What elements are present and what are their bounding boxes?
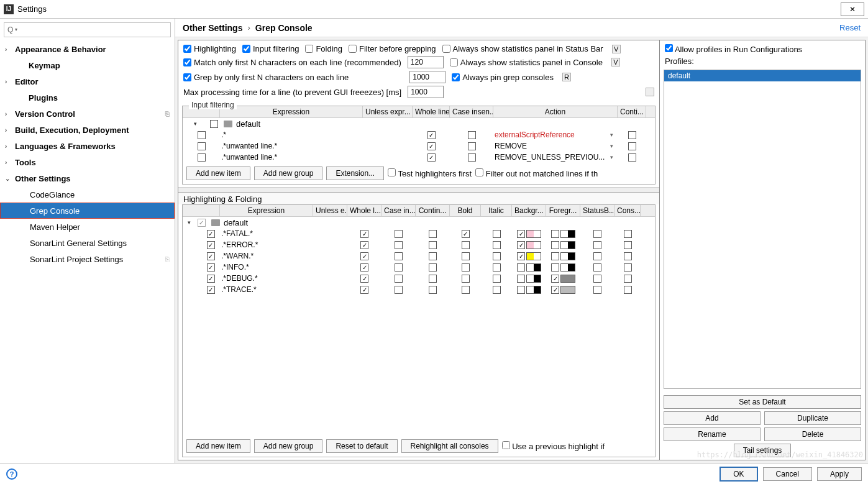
allow-profiles-checkbox[interactable]: Allow profiles in Run Configurations — [665, 45, 802, 54]
opt-filter-before-grepping[interactable]: Filter before grepping — [349, 44, 436, 53]
column-header[interactable]: Contin... — [416, 205, 450, 216]
profile-item-default[interactable]: default — [664, 70, 861, 81]
delete-profile-button[interactable]: Delete — [764, 427, 861, 441]
truncated-button[interactable]: V — [612, 45, 621, 53]
column-header[interactable]: Foregr... — [546, 205, 580, 216]
dropdown-icon[interactable]: ▾ — [610, 143, 613, 149]
nav-item-sonarlint-general-settings[interactable]: SonarLint General Settings — [0, 235, 175, 251]
highlight-row[interactable]: .*INFO.* — [183, 262, 655, 273]
rename-profile-button[interactable]: Rename — [664, 427, 761, 441]
add-new-item-button[interactable]: Add new item — [186, 167, 250, 180]
highlight-row[interactable]: .*DEBUG.* — [183, 273, 655, 284]
nav-item-label: Plugins — [29, 93, 58, 103]
opt-stats-console[interactable]: Always show statistics panel in Console — [450, 58, 603, 67]
nav-item-codeglance[interactable]: CodeGlance — [0, 186, 175, 203]
opt-grep-first-n[interactable]: Grep by only first N characters on each … — [183, 73, 349, 82]
nav-item-label: Version Control — [15, 109, 75, 119]
help-icon[interactable]: ? — [6, 468, 17, 480]
add-new-group-button[interactable]: Add new group — [254, 167, 323, 180]
breadcrumb: Other Settings › Grep Console Reset — [175, 19, 868, 37]
nav-item-build-execution-deployment[interactable]: ›Build, Execution, Deployment — [0, 122, 175, 138]
column-header[interactable]: Case insen... — [450, 106, 493, 117]
nav-item-label: Other Settings — [15, 174, 71, 183]
filter-row[interactable]: .*unwanted line.*REMOVE_UNLESS_PREVIOU..… — [183, 152, 655, 163]
filter-row[interactable]: .*unwanted line.*REMOVE▾ — [183, 140, 655, 152]
column-header[interactable]: Action — [493, 106, 618, 117]
ok-button[interactable]: OK — [720, 467, 757, 482]
grep-first-n-input[interactable] — [409, 71, 445, 83]
highlighting-folding-title: Highlighting & Folding — [178, 192, 659, 204]
search-dropdown-icon[interactable]: ▾ — [15, 27, 17, 32]
max-time-input[interactable] — [408, 86, 444, 98]
group-row[interactable]: ▾default — [183, 118, 655, 129]
column-header[interactable]: Bold — [450, 205, 481, 216]
nav-item-maven-helper[interactable]: Maven Helper — [0, 219, 175, 235]
settings-search-input[interactable] — [4, 22, 171, 37]
nav-item-languages-frameworks[interactable]: ›Languages & Frameworks — [0, 138, 175, 154]
column-header[interactable]: Case in... — [381, 205, 416, 216]
column-header[interactable]: Cons... — [614, 205, 641, 216]
column-header[interactable]: Whole l... — [347, 205, 381, 216]
column-header[interactable]: Expression — [220, 205, 313, 216]
nav-item-version-control[interactable]: ›Version Control⎘ — [0, 106, 175, 122]
use-previous-highlight-checkbox[interactable]: Use a previous highlight if — [502, 441, 605, 451]
column-header[interactable]: StatusB... — [580, 205, 614, 216]
column-header[interactable] — [183, 205, 220, 216]
window-close-button[interactable]: ✕ — [841, 2, 864, 16]
test-highlighters-first-checkbox[interactable]: Test highlighters first — [388, 168, 472, 178]
nav-item-keymap[interactable]: Keymap — [0, 57, 175, 73]
tail-settings-button[interactable]: Tail settings — [734, 444, 792, 457]
truncated-button[interactable]: V — [611, 58, 620, 66]
nav-item-plugins[interactable]: Plugins — [0, 89, 175, 106]
nav-item-editor[interactable]: ›Editor — [0, 73, 175, 89]
column-header[interactable]: Unless e... — [313, 205, 347, 216]
hl-add-new-group-button[interactable]: Add new group — [254, 439, 323, 453]
opt-match-first-n[interactable]: Match only first N characters on each li… — [183, 58, 401, 67]
project-scope-icon: ⎘ — [165, 255, 170, 263]
column-header[interactable]: Backgr... — [512, 205, 546, 216]
dropdown-icon[interactable]: ▾ — [610, 154, 613, 160]
highlight-row[interactable]: .*TRACE.* — [183, 284, 655, 295]
profiles-list[interactable]: default — [664, 70, 861, 389]
nav-item-label: CodeGlance — [30, 190, 75, 199]
hl-add-new-item-button[interactable]: Add new item — [186, 439, 250, 453]
dropdown-icon[interactable]: ▾ — [610, 132, 613, 138]
highlight-row[interactable]: .*FATAL.* — [183, 228, 655, 239]
chevron-icon: › — [5, 127, 15, 134]
nav-item-appearance-behavior[interactable]: ›Appearance & Behavior — [0, 41, 175, 57]
truncated-button[interactable] — [646, 88, 654, 96]
column-header[interactable]: Expression — [220, 106, 363, 117]
column-header[interactable]: Unless expr... — [363, 106, 413, 117]
apply-button[interactable]: Apply — [817, 467, 862, 481]
column-header[interactable]: Italic — [481, 205, 512, 216]
highlight-row[interactable]: .*WARN.* — [183, 250, 655, 262]
highlight-row[interactable]: .*ERROR.* — [183, 239, 655, 250]
truncated-button[interactable]: R — [562, 73, 571, 81]
extension-button[interactable]: Extension... — [326, 167, 384, 180]
nav-item-sonarlint-project-settings[interactable]: SonarLint Project Settings⎘ — [0, 251, 175, 267]
group-row[interactable]: ▾default — [183, 217, 655, 228]
opt-pin-grep-consoles[interactable]: Always pin grep consoles — [452, 73, 554, 82]
settings-tree[interactable]: ›Appearance & BehaviorKeymap›EditorPlugi… — [0, 41, 175, 463]
duplicate-profile-button[interactable]: Duplicate — [764, 411, 861, 425]
reset-link[interactable]: Reset — [839, 23, 861, 32]
opt-input-filtering[interactable]: Input filtering — [242, 44, 299, 53]
chevron-icon: › — [5, 78, 15, 85]
nav-item-tools[interactable]: ›Tools — [0, 154, 175, 170]
column-header[interactable]: Conti... — [618, 106, 646, 117]
filter-row[interactable]: .*externalScriptReference▾ — [183, 129, 655, 140]
opt-stats-status-bar[interactable]: Always show statistics panel in Status B… — [442, 44, 603, 53]
reset-to-default-button[interactable]: Reset to default — [326, 439, 397, 453]
add-profile-button[interactable]: Add — [664, 411, 761, 425]
cancel-button[interactable]: Cancel — [763, 467, 812, 481]
column-header[interactable]: Whole line — [413, 106, 450, 117]
opt-folding[interactable]: Folding — [305, 44, 342, 53]
opt-highlighting[interactable]: Highlighting — [183, 44, 236, 53]
nav-item-other-settings[interactable]: ⌄Other Settings — [0, 170, 175, 186]
nav-item-grep-console[interactable]: Grep Console — [0, 203, 175, 219]
match-first-n-input[interactable] — [408, 56, 444, 68]
rehighlight-button[interactable]: Rehighlight all consoles — [401, 439, 498, 453]
set-as-default-button[interactable]: Set as Default — [664, 395, 861, 409]
filter-out-not-matched-checkbox[interactable]: Filter out not matched lines if th — [475, 168, 598, 178]
chevron-icon: › — [5, 46, 15, 53]
